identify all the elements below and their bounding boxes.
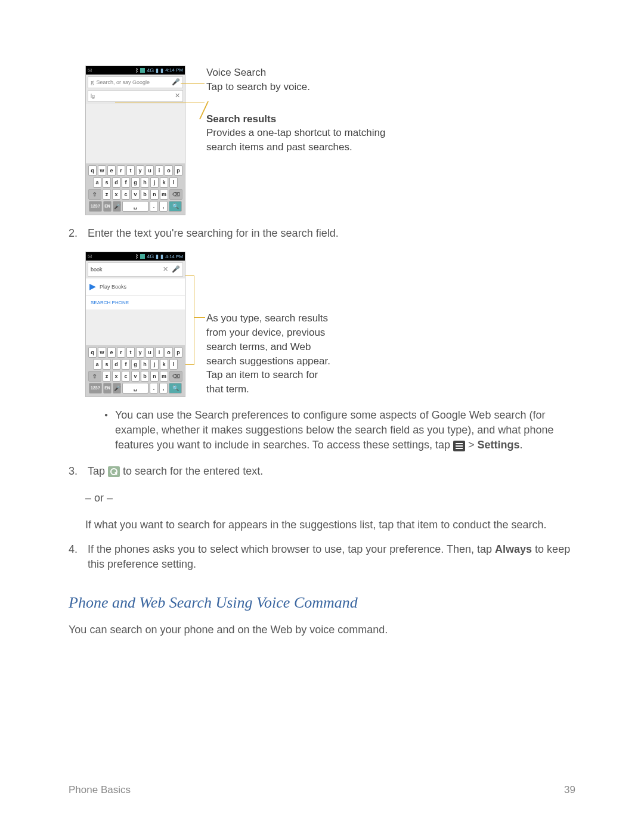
key-backspace[interactable]: ⌫ — [169, 371, 182, 382]
key-shift[interactable]: ⇧ — [88, 189, 101, 200]
key-k[interactable]: k — [160, 177, 168, 188]
key-e[interactable]: e — [107, 165, 116, 176]
period: . — [520, 439, 523, 451]
key-voice[interactable]: 🎤 — [113, 201, 121, 212]
key-o[interactable]: o — [165, 347, 173, 358]
key-f[interactable]: f — [122, 359, 130, 370]
key-backspace[interactable]: ⌫ — [169, 189, 182, 200]
clear-icon[interactable]: ✕ — [163, 265, 168, 274]
key-search[interactable]: 🔍 — [169, 383, 182, 394]
search-input-row[interactable]: book ✕ 🎤 — [88, 262, 183, 277]
key-x[interactable]: x — [112, 371, 120, 382]
key-u[interactable]: u — [145, 165, 154, 176]
key-m[interactable]: m — [160, 371, 168, 382]
key-voice[interactable]: 🎤 — [113, 383, 121, 394]
key-n[interactable]: n — [150, 371, 159, 382]
key-d[interactable]: d — [112, 359, 120, 370]
callout-bracket — [185, 275, 194, 365]
key-w[interactable]: w — [98, 347, 106, 358]
key-s[interactable]: s — [103, 177, 111, 188]
suggestion-label: Play Books — [100, 283, 126, 291]
step-number: 3. — [69, 464, 82, 479]
key-s[interactable]: s — [103, 359, 111, 370]
key-z[interactable]: z — [103, 371, 111, 382]
network-icon — [140, 68, 145, 73]
search-placeholder: Search, or say Google — [97, 79, 150, 86]
key-b[interactable]: b — [141, 189, 149, 200]
key-x[interactable]: x — [112, 189, 120, 200]
key-c[interactable]: c — [122, 189, 130, 200]
key-v[interactable]: v — [131, 189, 140, 200]
key-y[interactable]: y — [136, 347, 144, 358]
google-search-box[interactable]: g Search, or say Google 🎤 — [88, 76, 183, 88]
key-r[interactable]: r — [117, 165, 125, 176]
key-lang[interactable]: EN — [103, 201, 112, 212]
key-o[interactable]: o — [165, 165, 173, 176]
search-results-desc: Provides a one-tap shortcut to matching … — [206, 127, 386, 153]
key-f[interactable]: f — [122, 177, 130, 188]
key-comma[interactable]: , — [159, 201, 168, 212]
key-q[interactable]: q — [88, 165, 97, 176]
key-e[interactable]: e — [107, 347, 116, 358]
key-comma[interactable]: , — [159, 383, 168, 394]
key-v[interactable]: v — [131, 371, 140, 382]
key-space[interactable]: ␣ — [122, 383, 148, 394]
key-symbols[interactable]: 123? — [89, 383, 102, 394]
key-period[interactable]: . — [150, 383, 158, 394]
key-c[interactable]: c — [122, 371, 130, 382]
key-symbols[interactable]: 123? — [89, 201, 102, 212]
key-q[interactable]: q — [88, 347, 97, 358]
key-search[interactable]: 🔍 — [169, 201, 182, 212]
key-lang[interactable]: EN — [103, 383, 112, 394]
key-k[interactable]: k — [160, 359, 168, 370]
key-t[interactable]: t — [126, 165, 135, 176]
mic-icon[interactable]: 🎤 — [172, 78, 180, 86]
key-r[interactable]: r — [117, 347, 125, 358]
key-w[interactable]: w — [98, 165, 106, 176]
key-l[interactable]: l — [169, 359, 178, 370]
key-y[interactable]: y — [136, 165, 144, 176]
key-g[interactable]: g — [131, 177, 140, 188]
key-g[interactable]: g — [131, 359, 140, 370]
key-period[interactable]: . — [150, 201, 158, 212]
play-books-icon: ▶ — [89, 281, 96, 293]
step-body: Tap to search for the entered text. — [88, 464, 575, 479]
key-t[interactable]: t — [126, 347, 135, 358]
key-j[interactable]: j — [150, 177, 159, 188]
search-result-row[interactable]: lg ✕ — [88, 90, 183, 102]
step-text: Enter the text you're searching for in t… — [88, 226, 575, 241]
key-a[interactable]: a — [93, 359, 101, 370]
key-n[interactable]: n — [150, 189, 159, 200]
page-number: 39 — [564, 783, 575, 797]
key-l[interactable]: l — [169, 177, 178, 188]
footer-title: Phone Basics — [69, 783, 131, 797]
figure1-annotations: Voice Search Tap to search by voice. Sea… — [206, 66, 391, 172]
key-p[interactable]: p — [174, 347, 182, 358]
clock: 4:14 PM — [165, 67, 183, 73]
tap-post: to search for the entered text. — [123, 465, 263, 477]
clear-icon[interactable]: ✕ — [175, 91, 180, 100]
key-u[interactable]: u — [145, 347, 154, 358]
key-d[interactable]: d — [112, 177, 120, 188]
key-i[interactable]: i — [155, 165, 163, 176]
or-separator: – or – — [85, 491, 575, 506]
key-b[interactable]: b — [141, 371, 149, 382]
key-i[interactable]: i — [155, 347, 163, 358]
voice-search-label: Voice Search — [206, 67, 266, 78]
key-z[interactable]: z — [103, 189, 111, 200]
key-a[interactable]: a — [93, 177, 101, 188]
key-shift[interactable]: ⇧ — [88, 371, 101, 382]
suggestion-row[interactable]: ▶ Play Books — [86, 278, 185, 296]
key-p[interactable]: p — [174, 165, 182, 176]
key-h[interactable]: h — [141, 359, 149, 370]
key-j[interactable]: j — [150, 359, 159, 370]
mic-icon[interactable]: 🎤 — [172, 265, 180, 274]
signal-icon: ▮ — [156, 67, 159, 75]
notification-icon: ✉ — [88, 67, 92, 75]
signal-icon: ▮ — [156, 253, 159, 261]
key-space[interactable]: ␣ — [122, 201, 148, 212]
bullet-list: You can use the Search preferences to co… — [104, 408, 575, 453]
phone-mockup-2: ✉ ᛒ 4G ▮ ▮ 4:14 PM book ✕ 🎤 ▶ Play Books… — [85, 252, 185, 397]
key-h[interactable]: h — [141, 177, 149, 188]
key-m[interactable]: m — [160, 189, 168, 200]
